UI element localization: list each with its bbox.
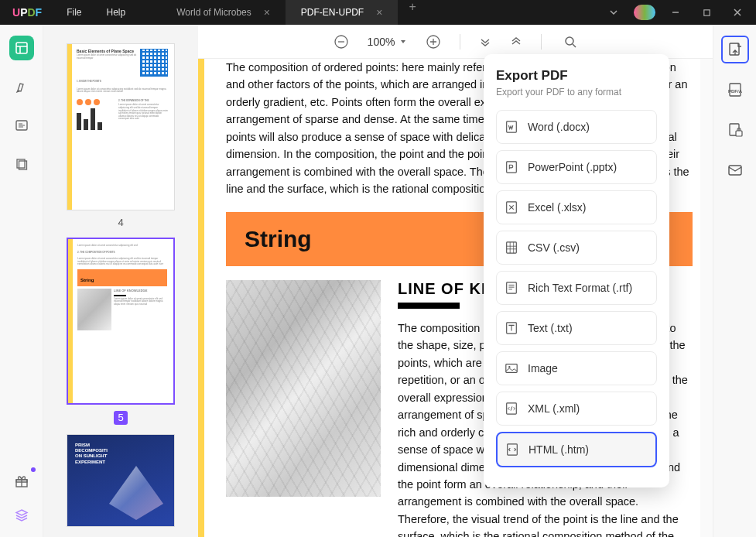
thumbnail-page-6[interactable]: PRISM DECOMPOSITI ON SUNLIGHT EXPERIMENT bbox=[59, 434, 183, 527]
tab-label: World of Microbes bbox=[176, 7, 251, 18]
csv-icon bbox=[505, 241, 518, 255]
word-icon bbox=[505, 120, 518, 134]
svg-rect-23 bbox=[736, 131, 742, 136]
export-pdf-button[interactable] bbox=[721, 36, 749, 63]
svg-rect-10 bbox=[507, 162, 517, 173]
tab-world-of-microbes[interactable]: World of Microbes × bbox=[161, 0, 286, 25]
ai-icon bbox=[634, 5, 655, 20]
page-number: 4 bbox=[59, 217, 183, 228]
menu-file[interactable]: File bbox=[54, 7, 94, 18]
option-label: XML (.xml) bbox=[528, 402, 580, 415]
search-button[interactable] bbox=[563, 35, 577, 49]
zoom-in-button[interactable] bbox=[426, 34, 441, 50]
option-label: HTML (.htm) bbox=[529, 443, 589, 456]
export-option-excel[interactable]: Excel (.xlsx) bbox=[496, 190, 657, 224]
thumbnail-page-4[interactable]: Basic Elements of Plane Space Lorem ipsu… bbox=[59, 43, 183, 228]
rtf-icon bbox=[505, 281, 518, 295]
protect-pdf-button[interactable] bbox=[721, 116, 749, 144]
option-label: PowerPoint (.pptx) bbox=[528, 161, 617, 173]
option-label: CSV (.csv) bbox=[528, 241, 580, 254]
minimize-button[interactable] bbox=[663, 2, 688, 23]
svg-rect-12 bbox=[507, 242, 517, 253]
powerpoint-icon bbox=[505, 160, 518, 174]
text-tool[interactable] bbox=[9, 113, 34, 138]
document-area: 100% The composition of ordered points: … bbox=[198, 25, 713, 537]
tab-pdf-en-updf[interactable]: PDF-EN-UPDF × bbox=[286, 0, 399, 25]
app-logo: UPDF bbox=[0, 6, 54, 19]
close-window-button[interactable] bbox=[725, 2, 750, 23]
close-icon[interactable]: × bbox=[376, 6, 382, 19]
main-area: Basic Elements of Plane Space Lorem ipsu… bbox=[0, 25, 756, 537]
thumbnail-panel: Basic Elements of Plane Space Lorem ipsu… bbox=[43, 25, 198, 537]
excel-icon bbox=[505, 200, 518, 214]
svg-point-16 bbox=[508, 366, 510, 368]
export-option-image[interactable]: Image bbox=[496, 351, 657, 385]
svg-text:PDF/A: PDF/A bbox=[728, 89, 743, 94]
scroll-up-button[interactable] bbox=[510, 36, 522, 48]
menu-help[interactable]: Help bbox=[94, 7, 139, 18]
gift-icon[interactable] bbox=[9, 469, 34, 494]
option-label: Word (.docx) bbox=[528, 121, 590, 133]
maximize-button[interactable] bbox=[694, 2, 719, 23]
ai-assistant-button[interactable] bbox=[632, 2, 657, 23]
pdf-a-button[interactable]: PDF/A bbox=[721, 76, 749, 104]
html-icon bbox=[505, 443, 519, 457]
mail-button[interactable] bbox=[721, 156, 749, 184]
thumbnail-page-5[interactable]: Lorem ipsum dolor sit amet consectetur a… bbox=[59, 238, 183, 425]
text-icon bbox=[505, 321, 518, 335]
zoom-dropdown[interactable] bbox=[399, 38, 407, 46]
xml-icon bbox=[505, 402, 518, 416]
thumbnails-tool[interactable] bbox=[9, 36, 34, 60]
export-option-csv[interactable]: CSV (.csv) bbox=[496, 231, 657, 265]
export-subtitle: Export your PDF to any format bbox=[496, 87, 657, 97]
left-tool-rail bbox=[0, 25, 43, 537]
zoom-out-button[interactable] bbox=[334, 34, 349, 50]
layers-tool[interactable] bbox=[9, 152, 34, 176]
export-option-text[interactable]: Text (.txt) bbox=[496, 311, 657, 345]
scroll-down-button[interactable] bbox=[479, 36, 491, 48]
svg-rect-19 bbox=[730, 43, 739, 55]
image-icon bbox=[505, 361, 518, 375]
option-label: Rich Text Format (.rtf) bbox=[528, 282, 632, 294]
svg-rect-13 bbox=[507, 282, 517, 293]
highlight-tool[interactable] bbox=[9, 74, 34, 99]
zoom-level: 100% bbox=[368, 36, 395, 48]
thumb-subhead: 1. KNOW THE POINTS bbox=[77, 80, 168, 84]
thumb-string: String bbox=[80, 278, 94, 282]
thumb-subhead: 2. THE COMPOSITION OF POINTS bbox=[77, 251, 167, 255]
option-label: Excel (.xlsx) bbox=[528, 201, 586, 214]
svg-rect-15 bbox=[506, 364, 517, 373]
titlebar: UPDF File Help World of Microbes × PDF-E… bbox=[0, 0, 756, 25]
close-icon[interactable]: × bbox=[264, 6, 270, 19]
export-option-word[interactable]: Word (.docx) bbox=[496, 110, 657, 144]
export-option-rtf[interactable]: Rich Text Format (.rtf) bbox=[496, 271, 657, 305]
thumb-line: LINE OF KNOWLEDGE bbox=[114, 289, 167, 294]
tab-label: PDF-EN-UPDF bbox=[301, 7, 364, 18]
titlebar-right bbox=[601, 2, 756, 23]
export-option-powerpoint[interactable]: PowerPoint (.pptx) bbox=[496, 150, 657, 184]
export-pdf-panel: Export PDF Export your PDF to any format… bbox=[484, 54, 669, 487]
export-option-html[interactable]: HTML (.htm) bbox=[496, 432, 657, 467]
option-label: Image bbox=[528, 362, 558, 375]
svg-point-8 bbox=[566, 37, 573, 45]
document-tabs: World of Microbes × PDF-EN-UPDF × + bbox=[161, 0, 601, 25]
chevron-down-icon[interactable] bbox=[601, 2, 626, 23]
option-label: Text (.txt) bbox=[528, 322, 573, 334]
svg-rect-0 bbox=[703, 9, 709, 15]
export-option-xml[interactable]: XML (.xml) bbox=[496, 392, 657, 426]
right-tool-rail: PDF/A bbox=[713, 25, 756, 537]
svg-rect-1 bbox=[16, 43, 27, 53]
architecture-image bbox=[226, 280, 381, 497]
stack-icon[interactable] bbox=[9, 503, 34, 528]
svg-rect-24 bbox=[729, 166, 741, 175]
add-tab-button[interactable]: + bbox=[398, 0, 426, 25]
export-title: Export PDF bbox=[496, 68, 657, 84]
heading-underline bbox=[398, 303, 460, 309]
page-number: 5 bbox=[114, 411, 128, 425]
